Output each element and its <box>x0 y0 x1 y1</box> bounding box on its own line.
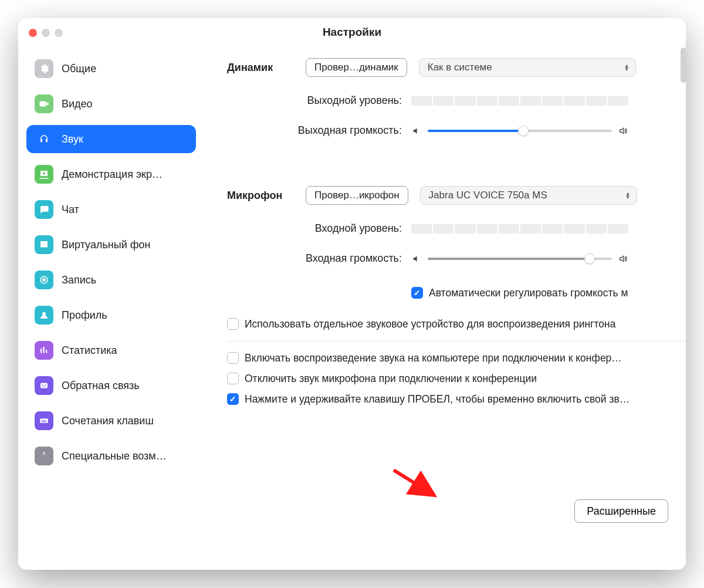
separate-ringtone-checkbox[interactable] <box>227 318 239 330</box>
window-title: Настройки <box>323 26 381 39</box>
annotation-arrow <box>391 468 437 499</box>
push-to-talk-checkbox[interactable] <box>227 393 239 405</box>
sidebar-item-statistics[interactable]: Статистика <box>26 336 196 364</box>
svg-point-5 <box>45 384 46 386</box>
speaker-section-label: Динамик <box>205 62 306 74</box>
volume-low-icon <box>411 126 422 136</box>
sidebar-item-virtual-background[interactable]: Виртуальный фон <box>26 231 196 259</box>
checkbox-label: Включать воспроизведение звука на компью… <box>245 352 686 364</box>
checkbox-label: Отключить звук микрофона при подключении… <box>245 373 686 385</box>
chevron-updown-icon: ▲▼ <box>624 64 629 71</box>
sidebar-item-label: Специальные возм… <box>62 450 167 462</box>
input-level-label: Входной уровень: <box>205 222 411 235</box>
zoom-window-button[interactable] <box>55 29 63 37</box>
record-icon <box>35 271 53 289</box>
auto-adjust-volume-checkbox[interactable] <box>411 287 423 299</box>
close-window-button[interactable] <box>29 29 37 37</box>
microphone-device-dropdown[interactable]: Jabra UC VOICE 750a MS ▲▼ <box>420 186 637 205</box>
output-level-label: Выходной уровень: <box>205 94 411 107</box>
divider <box>227 341 686 342</box>
microphone-section-label: Микрофон <box>205 190 306 202</box>
titlebar: Настройки <box>18 18 686 46</box>
mute-mic-on-join-checkbox[interactable] <box>227 373 239 384</box>
sidebar-item-label: Сочетания клавиш <box>62 415 154 427</box>
virtual-background-icon <box>35 235 53 254</box>
volume-high-icon <box>618 254 628 264</box>
accessibility-icon <box>35 447 53 465</box>
sidebar-item-keyboard-shortcuts[interactable]: Сочетания клавиш <box>26 407 196 435</box>
sidebar-item-label: Демонстрация экр… <box>62 168 163 181</box>
dropdown-value: Как в системе <box>428 62 492 73</box>
input-level-meter <box>411 224 628 234</box>
svg-rect-7 <box>42 420 43 421</box>
advanced-button[interactable]: Расширенные <box>574 499 668 523</box>
settings-window: Настройки Общие Видео Звук Демонстрация … <box>18 18 686 570</box>
sidebar-item-label: Звук <box>62 133 83 146</box>
sidebar-item-label: Профиль <box>62 309 107 322</box>
test-microphone-button[interactable]: Провер…икрофон <box>306 186 408 205</box>
sidebar-item-label: Общие <box>62 63 96 75</box>
profile-icon <box>35 306 53 325</box>
video-icon <box>35 94 53 113</box>
output-volume-label: Выходная громкость: <box>205 124 411 137</box>
sidebar-item-label: Статистика <box>62 344 117 357</box>
sidebar: Общие Видео Звук Демонстрация экр… Чат В… <box>18 46 205 570</box>
separate-ringtone-label: Использовать отдельное звуковое устройст… <box>245 318 686 330</box>
stats-icon <box>35 341 53 360</box>
sidebar-item-label: Обратная связь <box>62 380 140 392</box>
svg-rect-10 <box>42 421 46 423</box>
output-volume-slider[interactable] <box>428 130 612 132</box>
volume-high-icon <box>618 126 628 136</box>
svg-point-4 <box>42 384 43 386</box>
test-speaker-button[interactable]: Провер…динамик <box>306 58 407 77</box>
svg-rect-8 <box>43 420 45 421</box>
gear-icon <box>35 59 53 78</box>
checkbox-label: Нажмите и удерживайте клавишу ПРОБЕЛ, чт… <box>245 393 686 405</box>
speaker-device-dropdown[interactable]: Как в системе ▲▼ <box>419 58 636 77</box>
svg-point-11 <box>43 452 45 454</box>
share-screen-icon <box>35 165 53 184</box>
headphones-icon <box>35 130 53 148</box>
feedback-icon <box>35 376 53 395</box>
keyboard-icon <box>35 411 53 430</box>
volume-low-icon <box>411 254 422 264</box>
sidebar-item-label: Запись <box>62 274 96 286</box>
minimize-window-button[interactable] <box>42 29 50 37</box>
sidebar-item-recording[interactable]: Запись <box>26 266 196 294</box>
sidebar-item-chat[interactable]: Чат <box>26 195 196 224</box>
sidebar-item-accessibility[interactable]: Специальные возм… <box>26 442 196 470</box>
svg-point-1 <box>42 278 46 282</box>
sidebar-item-label: Виртуальный фон <box>62 239 151 251</box>
svg-rect-9 <box>45 420 46 421</box>
sidebar-item-label: Чат <box>62 204 79 216</box>
sidebar-item-audio[interactable]: Звук <box>26 125 196 153</box>
sidebar-item-general[interactable]: Общие <box>26 55 196 83</box>
dropdown-value: Jabra UC VOICE 750a MS <box>429 190 547 201</box>
input-volume-label: Входная громкость: <box>205 252 411 265</box>
audio-settings-panel: Динамик Провер…динамик Как в системе ▲▼ … <box>205 46 686 570</box>
sidebar-item-feedback[interactable]: Обратная связь <box>26 371 196 400</box>
svg-rect-3 <box>40 383 48 388</box>
output-level-meter <box>411 96 628 106</box>
sidebar-item-label: Видео <box>62 98 93 110</box>
window-controls <box>29 29 63 37</box>
sidebar-item-video[interactable]: Видео <box>26 90 196 118</box>
svg-point-2 <box>42 312 46 316</box>
chevron-updown-icon: ▲▼ <box>625 192 631 199</box>
sidebar-item-share-screen[interactable]: Демонстрация экр… <box>26 160 196 188</box>
play-audio-on-join-checkbox[interactable] <box>227 352 239 364</box>
sidebar-item-profile[interactable]: Профиль <box>26 301 196 329</box>
chat-icon <box>35 200 53 219</box>
auto-adjust-volume-label: Автоматически регулировать громкость м <box>429 287 686 299</box>
input-volume-slider[interactable] <box>428 258 612 260</box>
